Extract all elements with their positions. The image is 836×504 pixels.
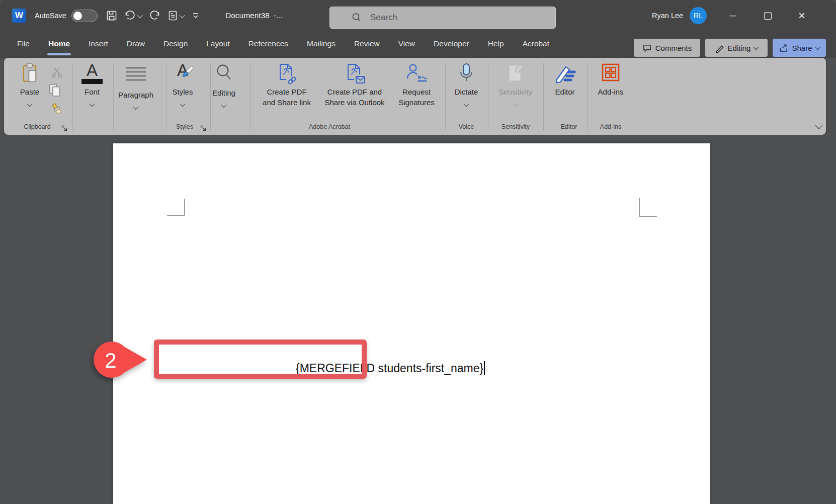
search-icon [351, 12, 362, 23]
share-icon [779, 43, 788, 53]
maximize-icon [764, 12, 772, 20]
toggle-knob-icon [73, 12, 82, 20]
tab-home[interactable]: Home [47, 31, 71, 58]
magnifier-icon [215, 64, 233, 83]
paragraph-group-button[interactable]: Paragraph [116, 63, 156, 112]
microphone-icon [458, 63, 474, 84]
copy-icon[interactable] [48, 83, 61, 99]
undo-icon[interactable] [124, 10, 137, 22]
text-boundary-mark-right [639, 216, 657, 217]
autosave-label: AutoSave [35, 0, 66, 31]
word-logo-icon[interactable]: W [12, 9, 26, 23]
dictate-button[interactable]: Dictate [446, 63, 486, 109]
tab-developer[interactable]: Developer [433, 31, 470, 58]
save-icon[interactable] [106, 10, 118, 22]
group-divider [488, 63, 488, 130]
comments-button[interactable]: Comments [634, 39, 700, 57]
tab-layout[interactable]: Layout [205, 31, 231, 58]
paste-clipboard-icon [22, 63, 37, 83]
annotation-step-pin: 2 [87, 338, 150, 382]
comment-bubble-icon [642, 43, 652, 53]
paragraph-lines-icon [125, 66, 147, 82]
share-button[interactable]: Share [773, 39, 826, 57]
user-name[interactable]: Ryan Lee [652, 0, 683, 31]
create-pdf-share-link-button[interactable]: Create PDF and Share link [252, 63, 322, 107]
clipboard-group-label: Clipboard [7, 123, 67, 130]
app-header: W AutoSave [0, 0, 836, 58]
minimize-button[interactable]: ─ [721, 0, 744, 31]
title-bar: W AutoSave [0, 0, 836, 31]
tab-review[interactable]: Review [353, 31, 381, 58]
tab-references[interactable]: References [247, 31, 289, 58]
redo-icon[interactable] [148, 10, 161, 22]
group-divider [635, 63, 635, 130]
undo-dropdown-chevron-icon[interactable] [138, 11, 142, 20]
styles-dialog-launcher-icon[interactable] [200, 124, 206, 133]
group-divider [543, 63, 544, 130]
format-painter-icon[interactable] [50, 102, 64, 119]
pencil-icon [715, 43, 724, 53]
request-signatures-button[interactable]: Request Signatures [385, 63, 448, 107]
text-boundary-mark-left [184, 199, 185, 215]
tab-draw[interactable]: Draw [126, 31, 146, 58]
active-tab-underline [47, 53, 71, 55]
annotation-highlight-box [154, 340, 367, 379]
document-options-icon[interactable] [167, 10, 179, 22]
tab-insert[interactable]: Insert [88, 31, 109, 58]
search-input[interactable] [369, 12, 537, 23]
request-signatures-icon [405, 63, 428, 85]
addins-button[interactable]: Add-ins [591, 63, 631, 97]
text-boundary-mark-left [167, 215, 185, 216]
tab-mailings[interactable]: Mailings [306, 31, 337, 58]
tab-help[interactable]: Help [487, 31, 505, 58]
annotation-step-number: 2 [105, 349, 116, 372]
collapse-ribbon-chevron-icon[interactable] [813, 120, 825, 132]
group-divider [587, 63, 588, 130]
pdf-share-link-icon [275, 63, 298, 85]
clipboard-dialog-launcher-icon[interactable] [61, 124, 67, 133]
document-canvas: {MERGEFIELD students-first_name} 2 [0, 135, 836, 504]
tab-acrobat[interactable]: Acrobat [522, 31, 550, 58]
group-divider [250, 63, 250, 130]
dropdown-chevron-icon[interactable] [180, 11, 184, 20]
styles-group-button[interactable]: A Styles [162, 63, 203, 109]
avatar[interactable]: RL [690, 7, 707, 24]
create-pdf-outlook-button[interactable]: Create PDF and Share via Outlook [317, 63, 392, 107]
text-boundary-mark-right [639, 198, 640, 216]
document-page[interactable]: {MERGEFIELD students-first_name} [113, 143, 710, 504]
tab-view[interactable]: View [397, 31, 416, 58]
search-bar[interactable] [329, 7, 556, 29]
ribbon: Paste Clipboard [4, 58, 826, 135]
sensitivity-button: Sensitivity [490, 63, 541, 109]
word-window: W AutoSave [0, 0, 836, 504]
cut-icon[interactable] [51, 66, 63, 80]
addins-grid-icon [601, 63, 620, 83]
sensitivity-icon [506, 63, 525, 84]
text-cursor [484, 361, 485, 375]
quick-access-toolbar [103, 0, 204, 31]
autosave-toggle[interactable] [71, 10, 98, 22]
editor-button[interactable]: Editor [545, 63, 585, 97]
maximize-button[interactable] [756, 0, 779, 31]
sensitivity-group-label: Sensitivity [485, 123, 546, 130]
acrobat-group-label: Adobe Acrobat [299, 123, 360, 130]
editor-pencil-icon [554, 63, 576, 84]
editing-mode-button[interactable]: Editing [705, 39, 768, 57]
group-divider [113, 63, 114, 130]
paste-button[interactable]: Paste [13, 63, 46, 109]
ribbon-tabs: File Home Insert Draw Design Layout Refe… [16, 31, 550, 58]
document-title: Document38 -... [225, 0, 283, 31]
font-icon: A [72, 63, 112, 86]
close-button[interactable]: × [790, 0, 813, 31]
editing-group-button[interactable]: Editing [204, 63, 244, 110]
customize-quick-access-icon[interactable] [190, 10, 201, 21]
tab-design[interactable]: Design [162, 31, 189, 58]
ribbon-tab-row: File Home Insert Draw Design Layout Refe… [0, 31, 836, 58]
tab-file[interactable]: File [16, 31, 31, 58]
styles-icon: A [162, 63, 203, 86]
pdf-outlook-icon [343, 63, 366, 85]
font-group-button[interactable]: A Font [72, 63, 112, 109]
addins-group-label: Add-ins [580, 123, 641, 130]
